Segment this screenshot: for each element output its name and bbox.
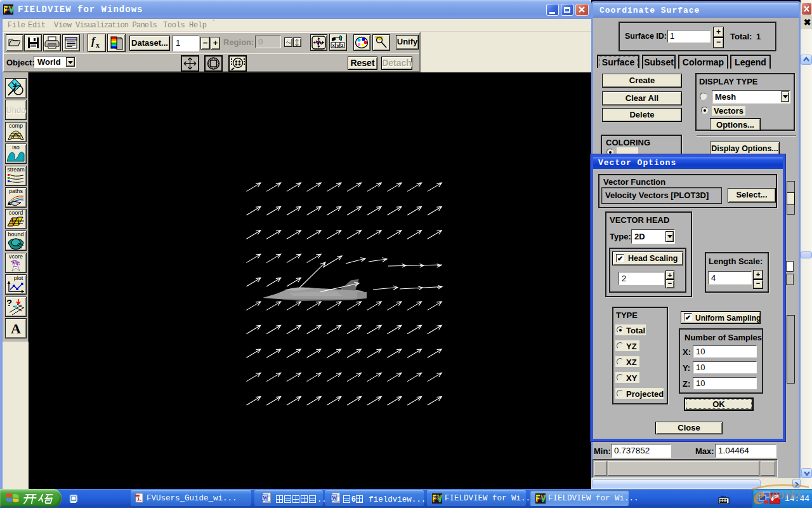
svg-text:W: W — [263, 495, 268, 501]
svg-text:works: works — [768, 486, 802, 502]
svg-text:x: x — [332, 43, 336, 48]
svg-text:z: z — [341, 43, 344, 48]
svg-text:y: y — [337, 43, 340, 48]
svg-text:W: W — [332, 495, 337, 501]
svg-text:e: e — [753, 481, 765, 508]
svg-text:x: x — [96, 41, 100, 50]
svg-text:?: ? — [6, 297, 12, 308]
